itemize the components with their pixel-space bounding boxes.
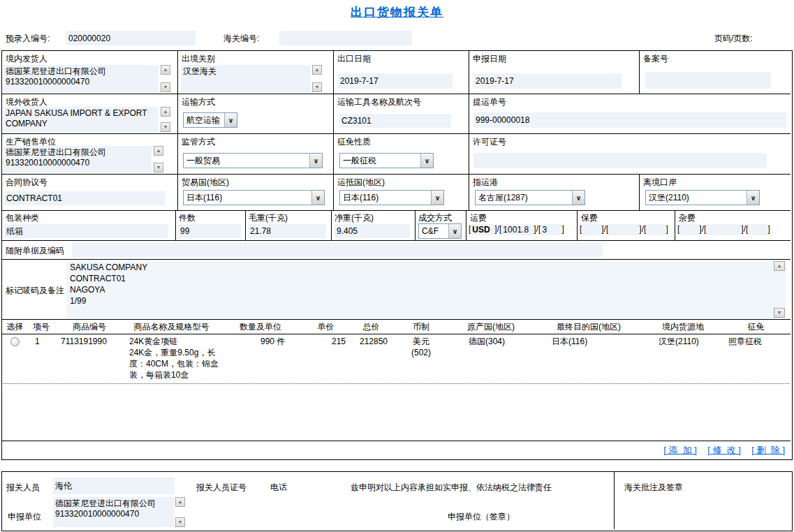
transaction-mode-label: 成交方式: [418, 212, 452, 224]
tax-nature-select[interactable]: 一般征税 ∨: [339, 153, 434, 168]
supervision-mode-value: 一般贸易: [184, 155, 309, 167]
exit-port-select[interactable]: 汉堡(2110) ∨: [645, 190, 760, 205]
declare-date-input[interactable]: [473, 73, 622, 89]
transport-mode-select[interactable]: 航空运输 ∨: [183, 112, 237, 128]
scroll-down-icon[interactable]: ▼: [161, 122, 170, 132]
producer-textarea[interactable]: 德国莱尼登进出口有限公司 913320010000000470: [3, 146, 152, 172]
field-pieces: 件数: [176, 211, 246, 241]
scroll-up-icon[interactable]: ▲: [175, 497, 185, 507]
scroll-down-icon[interactable]: ▼: [774, 308, 785, 318]
marks-remarks-textarea[interactable]: SAKUSA COMPANY CONTRACT01 NAGOYA 1/99 ▲ …: [66, 260, 786, 318]
freight-currency-input[interactable]: [471, 224, 494, 235]
misc-type-input[interactable]: [748, 224, 767, 235]
delete-button[interactable]: [ 删 除 ]: [751, 445, 785, 455]
row-qty: 990 件: [219, 335, 302, 347]
dropdown-arrow-icon: ∨: [309, 154, 322, 168]
row-tax: 照章征税: [721, 335, 791, 347]
freight-type-input[interactable]: [541, 224, 561, 235]
domestic-shipper-textarea[interactable]: 德国莱尼登进出口有限公司 913320010000000470: [3, 65, 159, 92]
marks-scrollbar: ▲ ▼: [774, 261, 785, 318]
attached-docs-input[interactable]: [72, 243, 603, 257]
arrival-country-select[interactable]: 日本(116) ∨: [339, 190, 444, 205]
bracket: ]/[: [601, 224, 608, 234]
gross-weight-input[interactable]: [248, 224, 326, 238]
col-header-code: 商品编号: [54, 321, 124, 333]
bracket: ]: [666, 224, 668, 234]
goods-table-header: 选择 项号 商品编号 商品名称及规格型号 数量及单位 单价 总价 币制 原产国(…: [2, 320, 791, 334]
dropdown-arrow-icon: ∨: [747, 191, 759, 205]
supervision-mode-label: 监管方式: [182, 136, 215, 148]
packing-type-input[interactable]: [4, 224, 168, 238]
pre-entry-input[interactable]: [66, 31, 196, 45]
freight-amount-input[interactable]: [501, 224, 534, 235]
dropdown-arrow-icon: ∨: [224, 113, 237, 127]
insurance-type-input[interactable]: [646, 224, 666, 235]
record-no-input[interactable]: [645, 72, 771, 89]
customs-no-input[interactable]: [279, 31, 412, 45]
bracket: ]/[: [699, 224, 706, 234]
transport-mode-label: 运输方式: [182, 96, 215, 108]
declare-unit-textarea[interactable]: 德国莱尼登进出口有限公司 913320010000000470: [53, 497, 174, 527]
contract-no-label: 合同协议号: [6, 177, 47, 189]
overseas-consignee-textarea[interactable]: JAPAN SAKUSA IMPORT & EXPORT COMPANY: [3, 107, 159, 132]
scroll-down-icon[interactable]: ▼: [154, 163, 163, 172]
pre-entry-label: 预录入编号:: [6, 33, 50, 45]
field-attached-docs: 随附单据及编码: [2, 241, 791, 260]
exit-customs-textarea[interactable]: 汉堡海关: [181, 65, 311, 92]
transport-tool-input[interactable]: [339, 114, 451, 128]
contract-no-input[interactable]: [4, 191, 165, 205]
field-marks-remarks: 标记唛码及备注 SAKUSA COMPANY CONTRACT01 NAGOYA…: [2, 260, 791, 320]
row-select-radio[interactable]: [10, 337, 20, 346]
license-no-input[interactable]: [473, 153, 767, 168]
footer-divider: [614, 472, 615, 529]
misc-fee-fields: []/[]/[]: [677, 224, 770, 235]
dest-port-label: 指运港: [473, 177, 498, 189]
modify-button[interactable]: [ 修 改 ]: [707, 445, 741, 455]
field-misc-fee: 杂费 []/[]/[]: [675, 211, 791, 241]
transport-tool-label: 运输工具名称及航次号: [337, 96, 421, 108]
row-item-no: 1: [28, 335, 54, 347]
net-weight-input[interactable]: [334, 224, 410, 238]
add-button[interactable]: [ 添 加 ]: [663, 445, 697, 455]
col-header-source: 境内货源地: [645, 321, 721, 333]
col-header-item-no: 项号: [28, 321, 54, 333]
gross-weight-label: 毛重(千克): [249, 212, 288, 224]
row-separator: [3, 383, 790, 384]
bill-no-input[interactable]: [473, 112, 786, 128]
declarant-input[interactable]: [53, 478, 175, 494]
trade-country-select[interactable]: 日本(116) ∨: [183, 190, 325, 205]
marks-remarks-label: 标记唛码及备注: [6, 285, 64, 297]
insurance-amount-input[interactable]: [608, 224, 639, 235]
col-header-select: 选择: [2, 321, 28, 333]
dest-port-select[interactable]: 名古屋(1287) ∨: [475, 190, 585, 205]
license-no-label: 许可证号: [473, 136, 506, 148]
pieces-input[interactable]: [178, 224, 241, 238]
bill-no-label: 提运单号: [473, 96, 506, 108]
overseas-consignee-scrollbar: ▲ ▼: [161, 107, 170, 132]
bracket: ]: [561, 224, 564, 234]
freight-fields: []/[]/[]: [469, 224, 564, 235]
misc-currency-input[interactable]: [679, 224, 699, 235]
insurance-currency-input[interactable]: [582, 224, 601, 235]
field-transport-mode: 运输方式 航空运输 ∨: [178, 94, 334, 134]
scroll-up-icon[interactable]: ▲: [154, 146, 163, 156]
transaction-mode-select[interactable]: C&F ∨: [418, 223, 462, 239]
scroll-up-icon[interactable]: ▲: [774, 261, 785, 271]
row-source: 汉堡(2110): [645, 335, 721, 347]
dropdown-arrow-icon: ∨: [431, 191, 443, 205]
scroll-down-icon[interactable]: ▼: [175, 517, 185, 527]
exit-port-value: 汉堡(2110): [646, 192, 747, 204]
scroll-down-icon[interactable]: ▼: [312, 82, 322, 92]
scroll-up-icon[interactable]: ▲: [161, 65, 170, 75]
scroll-down-icon[interactable]: ▼: [161, 82, 170, 92]
supervision-mode-select[interactable]: 一般贸易 ∨: [183, 153, 323, 168]
bracket: ]/[: [534, 224, 541, 234]
field-contract-no: 合同协议号: [2, 175, 178, 211]
col-header-currency: 币制: [393, 321, 449, 333]
bracket: ]/[: [741, 224, 748, 234]
misc-amount-input[interactable]: [706, 224, 741, 235]
scroll-up-icon[interactable]: ▲: [312, 65, 322, 75]
scroll-up-icon[interactable]: ▲: [161, 107, 170, 117]
field-net-weight: 净重(千克): [332, 211, 416, 241]
export-date-input[interactable]: [338, 73, 453, 89]
